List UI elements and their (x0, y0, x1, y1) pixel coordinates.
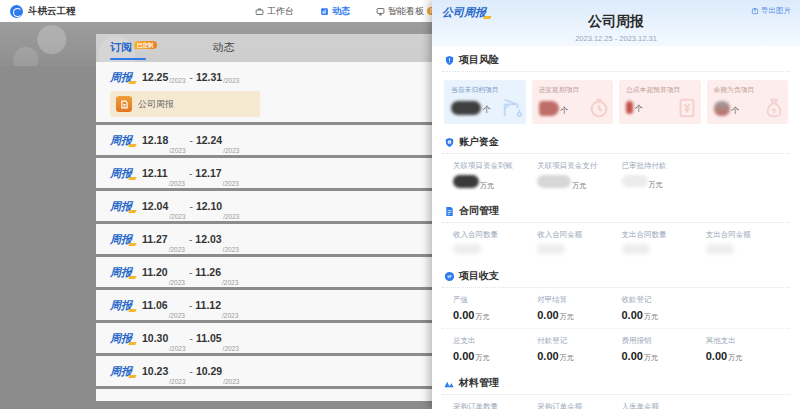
section-title: 项目风险 (459, 53, 499, 67)
date-end: 12.17 (195, 167, 221, 179)
stat-value (537, 244, 621, 256)
stat-party-a-settlement: 对甲结算 0.00万元 (537, 295, 621, 322)
export-label: 导出图片 (761, 6, 791, 16)
risk-card-unit: 个 (635, 103, 643, 114)
stat-label: 收入合同金额 (537, 230, 621, 240)
date-start-year: /2023 (169, 312, 185, 320)
export-image-button[interactable]: 导出图片 (751, 6, 791, 16)
chart-icon (320, 7, 329, 16)
stat-value: 万元 (622, 175, 706, 190)
export-icon (751, 7, 759, 15)
date-separator: - (190, 201, 193, 212)
stat-number: 0.00 (706, 350, 727, 362)
section-title: 材料管理 (459, 376, 499, 390)
report-list-item[interactable]: 周报 10.23 /2023 - 10.29 /2023 (96, 356, 432, 386)
report-list-item[interactable]: 周报 11.27 /2023 - 12.03 /2023 (96, 224, 432, 254)
date-end-year: /2023 (222, 312, 238, 320)
risk-card-unit: 个 (561, 105, 569, 116)
brand-name: 斗栱云工程 (28, 5, 76, 18)
tab-subscribe[interactable]: 订阅 已定制 (110, 40, 157, 55)
report-list-item[interactable]: 周报 11.20 /2023 - 11.26 /2023 (96, 257, 432, 287)
date-separator: - (190, 135, 193, 146)
stat-purchase-order-count: 采购订单数量 0个 (453, 402, 537, 409)
stat-label: 关联项目资金支付 (537, 161, 621, 171)
sync-icon (444, 271, 455, 282)
stat-label: 收款登记 (622, 295, 706, 305)
report-list-item[interactable]: 周报 12.04 /2023 - 12.10 /2023 (96, 191, 432, 221)
nav-label: 智能看板 (388, 5, 424, 18)
nav-item-dynamics[interactable]: 动态 (320, 5, 350, 18)
tab-label: 订阅 (110, 40, 132, 55)
stat-label: 关联项目资金到账 (453, 161, 537, 171)
stat-value: 万元 (453, 175, 537, 191)
panel-sections: 项目风险 当前未归档项目 个 进度延期项目 个 (432, 46, 800, 409)
weekly-report-panel: 公司周报 导出图片 公司周报 2023.12.25 - 2023.12.31 项… (432, 0, 800, 409)
shield-alert-icon (444, 55, 455, 66)
date-start-year: /2023 (169, 180, 185, 188)
stat-purchase-order-amount: 采购订单金额 0.00万元 (537, 402, 621, 409)
stat-label: 总支出 (453, 336, 537, 346)
stat-number: 0.00 (453, 350, 474, 362)
stat-receipt-registration: 收款登记 0.00万元 (622, 295, 706, 322)
section-contracts-header: 合同管理 (442, 197, 790, 223)
nav-item-workbench[interactable]: 工作台 (255, 5, 294, 18)
tab-label: 动态 (213, 40, 235, 55)
report-list-item-expanded[interactable]: 周报 12.25 /2023 - 12.31 /2023 公司周报 (96, 62, 432, 122)
redacted-value (622, 244, 650, 254)
risk-card-label: 当前未归档项目 (451, 85, 526, 95)
risk-card-unit: 个 (732, 105, 740, 116)
weekly-report-badge: 周报 (110, 265, 132, 280)
risk-card-label: 进度延期项目 (539, 85, 614, 95)
main-nav: 工作台 动态 智能看板 限免 (255, 0, 445, 22)
report-list-item[interactable]: 周报 11.06 /2023 - 11.12 /2023 (96, 290, 432, 320)
section-funds-header: 账户资金 (442, 128, 790, 154)
stat-total-expense: 总支出 0.00万元 (453, 336, 537, 363)
stat-label: 费用报销 (622, 336, 706, 346)
report-name: 公司周报 (138, 98, 174, 111)
section-balance-header: 项目收支 (442, 262, 790, 288)
redacted-value (453, 244, 481, 254)
stat-expense-contract-amount: 支出合同金额 (706, 230, 790, 256)
report-list: 周报 12.25 /2023 - 12.31 /2023 公司周报 周报 12.… (96, 62, 432, 409)
date-start: 11.06 (142, 299, 168, 311)
date-start: 11.27 (142, 233, 168, 245)
stat-income-contract-count: 收入合同数量 (453, 230, 537, 256)
panel-header: 公司周报 导出图片 公司周报 2023.12.25 - 2023.12.31 (432, 0, 800, 46)
report-list-item[interactable]: 周报 10.30 /2023 - 11.05 /2023 (96, 323, 432, 353)
redacted-value (453, 175, 479, 188)
tab-dynamics[interactable]: 动态 (213, 40, 235, 55)
risk-card-label: 总成本超预算项目 (626, 85, 701, 95)
stat-label: 支出合同金额 (706, 230, 790, 240)
report-list-item-clipped[interactable] (96, 389, 432, 401)
stat-unit: 万元 (475, 354, 489, 361)
stat-warehouse-receipt-amount: 入库单金额 0.00万元 (622, 402, 706, 409)
stat-value (622, 244, 706, 256)
stat-expense-contract-count: 支出合同数量 (622, 230, 706, 256)
date-start: 11.20 (142, 266, 168, 278)
section-title: 项目收支 (459, 269, 499, 283)
date-start-year: /2023 (169, 345, 185, 353)
date-end-year: /2023 (223, 378, 239, 386)
tab-bar: 订阅 已定制 动态 (96, 34, 432, 62)
company-weekly-report-item[interactable]: 公司周报 (110, 91, 260, 117)
materials-stats: 采购订单数量 0个 采购订单金额 0.00万元 入库单金额 0.00万元 (442, 395, 790, 409)
report-list-item[interactable]: 周报 12.11 /2023 - 12.17 /2023 (96, 158, 432, 188)
risk-card-unarchived: 当前未归档项目 个 (444, 80, 526, 124)
stat-value (453, 244, 537, 256)
date-separator: - (190, 333, 193, 344)
balance-stats-expense: 总支出 0.00万元 付款登记 0.00万元 费用报销 0.00万元 其他支出 … (442, 329, 790, 369)
weekly-report-badge: 周报 (110, 70, 132, 85)
report-item-header: 周报 12.25 /2023 - 12.31 /2023 (110, 69, 418, 85)
weekly-report-badge: 周报 (110, 199, 132, 214)
panel-date-range: 2023.12.25 - 2023.12.31 (432, 34, 800, 43)
date-start: 12.25 (142, 71, 168, 83)
weekly-report-badge: 周报 (110, 133, 132, 148)
date-start-year: /2023 (169, 279, 185, 287)
stat-pending-payment: 已审批待付款 万元 (622, 161, 706, 191)
stat-label: 收入合同数量 (453, 230, 537, 240)
date-separator: - (189, 168, 192, 179)
report-list-item[interactable]: 周报 12.18 /2023 - 12.24 /2023 (96, 125, 432, 155)
date-start-year: /2023 (169, 147, 185, 155)
stat-output-value: 产值 0.00万元 (453, 295, 537, 322)
date-end: 12.24 (196, 134, 222, 146)
